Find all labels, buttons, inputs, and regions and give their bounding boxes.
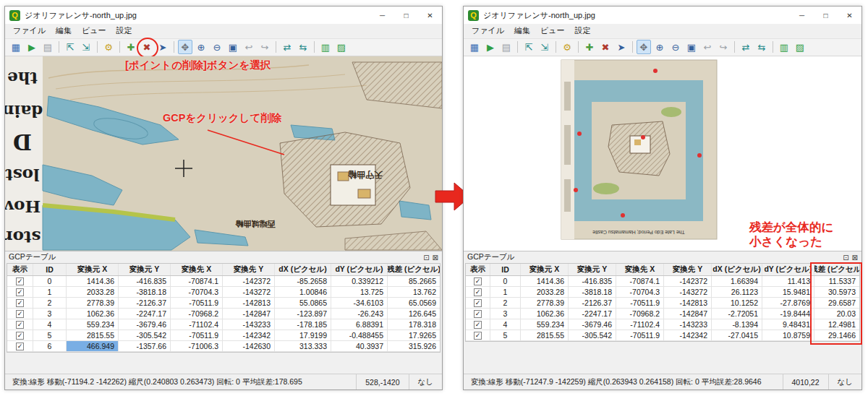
gcp-table-row[interactable]: ✓12033.28-3818.18-70704.3-14327226.11231… <box>466 287 859 298</box>
gcp-marker[interactable] <box>574 188 578 192</box>
gcp-cell[interactable]: -143233 <box>223 319 275 330</box>
column-header[interactable]: dY (ピクセル) <box>331 264 388 275</box>
generate-script-icon[interactable]: ▤ <box>41 40 55 54</box>
gcp-cell[interactable]: -142342 <box>223 330 275 340</box>
zoom-in-icon[interactable]: ⊕ <box>652 40 667 54</box>
gcp-cell[interactable]: 12.4981 <box>814 319 859 330</box>
gcp-cell[interactable]: -8.1394 <box>712 319 762 330</box>
float-panel-icon[interactable]: ⊡ <box>423 254 429 262</box>
delete-point-icon[interactable]: ✖ <box>598 40 613 54</box>
column-header[interactable]: 変換元 X <box>521 264 569 275</box>
zoom-out-icon[interactable]: ⊖ <box>668 40 683 54</box>
gcp-cell[interactable]: -70968.2 <box>616 309 664 319</box>
gcp-cell[interactable]: 1414.36 <box>67 276 119 286</box>
gcp-cell[interactable]: -142813 <box>223 298 275 308</box>
menu-file[interactable]: ファイル <box>467 24 509 38</box>
gcp-cell[interactable]: 178.318 <box>388 319 440 330</box>
gcp-cell[interactable]: -305.542 <box>119 330 171 340</box>
pan-icon[interactable]: ✥ <box>637 40 651 54</box>
full-histogram-stretch-icon[interactable]: ▥ <box>318 40 333 54</box>
local-histogram-stretch-icon[interactable]: ▨ <box>793 40 807 54</box>
zoom-in-icon[interactable]: ⊕ <box>194 40 208 54</box>
gcp-table-row[interactable]: ✓4559.234-3679.46-71102.4-143233-8.13949… <box>466 319 859 330</box>
checkbox-checked-icon[interactable]: ✓ <box>16 321 24 329</box>
close-button[interactable]: ✕ <box>418 7 442 24</box>
gcp-cell[interactable]: 2 <box>33 298 67 308</box>
column-header[interactable]: 変換元 Y <box>569 264 616 275</box>
gcp-cell[interactable]: 3 <box>33 309 67 319</box>
gcp-cell[interactable]: 29.6587 <box>814 298 859 308</box>
gcp-cell[interactable]: -142372 <box>664 276 712 286</box>
gcp-cell[interactable]: -142813 <box>664 298 712 308</box>
column-header[interactable]: 変換先 Y <box>664 264 712 275</box>
gcp-cell[interactable]: 1414.36 <box>521 276 569 286</box>
gcp-cell[interactable]: -143272 <box>664 287 712 297</box>
gcp-cell[interactable]: 20.03 <box>814 309 859 319</box>
gcp-cell[interactable]: -143233 <box>664 319 712 330</box>
zoom-to-layer-icon[interactable]: ▣ <box>684 40 699 54</box>
column-header[interactable]: dX (ピクセル) <box>275 264 331 275</box>
float-panel-icon[interactable]: ⊡ <box>843 254 848 262</box>
column-header[interactable]: 変換先 X <box>171 264 223 275</box>
zoom-next-icon[interactable]: ↪ <box>716 40 731 54</box>
gcp-cell[interactable]: -71102.4 <box>171 319 223 330</box>
column-header[interactable]: 残差 (ピクセル) <box>388 264 440 275</box>
gcp-cell[interactable]: 0 <box>490 276 521 286</box>
gcp-table-row[interactable]: ✓52815.55-305.542-70511.9-14234217.9199-… <box>7 330 440 341</box>
gcp-cell[interactable]: 13.725 <box>331 287 388 297</box>
full-histogram-stretch-icon[interactable]: ▥ <box>777 40 791 54</box>
visibility-cell[interactable]: ✓ <box>7 309 33 319</box>
start-georeferencing-icon[interactable]: ▶ <box>483 40 498 54</box>
zoom-last-icon[interactable]: ↩ <box>700 40 715 54</box>
gcp-cell[interactable]: -142342 <box>664 330 712 340</box>
gcp-cell[interactable]: -123.897 <box>275 309 331 319</box>
gcp-cell[interactable]: -143272 <box>223 287 275 297</box>
gcp-table-row[interactable]: ✓6466.949-1357.66-71006.3-142630313.3334… <box>7 341 440 352</box>
menu-file[interactable]: ファイル <box>8 24 51 38</box>
gcp-cell[interactable]: -70704.3 <box>171 287 223 297</box>
gcp-cell[interactable]: -27.0415 <box>712 330 762 340</box>
gcp-cell[interactable]: -305.542 <box>569 330 616 340</box>
column-header[interactable]: 残差 (ピクセル) <box>814 264 859 275</box>
save-gcp-points-icon[interactable]: ⇲ <box>79 40 93 54</box>
checkbox-checked-icon[interactable]: ✓ <box>474 288 482 296</box>
gcp-cell[interactable]: 1 <box>33 287 67 297</box>
zoom-next-icon[interactable]: ↪ <box>258 40 272 54</box>
gcp-cell[interactable]: -3818.18 <box>119 287 171 297</box>
checkbox-checked-icon[interactable]: ✓ <box>474 332 482 340</box>
menu-view[interactable]: ビュー <box>535 24 570 38</box>
gcp-cell[interactable]: -70704.3 <box>616 287 664 297</box>
menu-view[interactable]: ビュー <box>77 24 111 38</box>
link-georeferencer-to-qgis-icon[interactable]: ⇄ <box>739 40 753 54</box>
load-gcp-points-icon[interactable]: ⇱ <box>522 40 536 54</box>
visibility-cell[interactable]: ✓ <box>7 319 33 330</box>
gcp-cell[interactable]: -416.835 <box>569 276 616 286</box>
checkbox-checked-icon[interactable]: ✓ <box>16 310 24 318</box>
gcp-cell[interactable]: -2.72051 <box>712 309 762 319</box>
transformation-settings-icon[interactable]: ⚙ <box>101 40 116 54</box>
gcp-cell[interactable]: -71102.4 <box>616 319 664 330</box>
checkbox-checked-icon[interactable]: ✓ <box>16 343 24 350</box>
gcp-table-row[interactable]: ✓52815.55-305.542-70511.9-142342-27.0415… <box>466 330 859 341</box>
gcp-cell[interactable]: 2778.39 <box>67 298 119 308</box>
open-raster-icon[interactable]: ▦ <box>467 40 482 54</box>
gcp-cell[interactable]: -70968.2 <box>171 309 223 319</box>
checkbox-checked-icon[interactable]: ✓ <box>474 321 482 329</box>
gcp-cell[interactable]: 1.00846 <box>275 287 331 297</box>
gcp-cell[interactable]: 30.5973 <box>814 287 859 297</box>
menu-edit[interactable]: 編集 <box>509 24 535 38</box>
visibility-cell[interactable]: ✓ <box>7 330 33 340</box>
gcp-cell[interactable]: 85.2665 <box>388 276 440 286</box>
gcp-cell[interactable]: -85.2658 <box>275 276 331 286</box>
open-raster-icon[interactable]: ▦ <box>9 40 23 54</box>
gcp-cell[interactable]: 559.234 <box>521 319 569 330</box>
gcp-cell[interactable]: 2033.28 <box>67 287 119 297</box>
visibility-cell[interactable]: ✓ <box>466 298 490 308</box>
gcp-table-row[interactable]: ✓31062.36-2247.17-70968.2-142847-2.72051… <box>466 309 859 319</box>
move-point-icon[interactable]: ➤ <box>614 40 629 54</box>
gcp-cell[interactable]: 2 <box>490 298 521 308</box>
gcp-marker[interactable] <box>653 69 658 73</box>
pan-icon[interactable]: ✥ <box>178 40 192 54</box>
add-point-icon[interactable]: ✚ <box>124 40 138 54</box>
column-header[interactable]: 変換先 Y <box>223 264 275 275</box>
